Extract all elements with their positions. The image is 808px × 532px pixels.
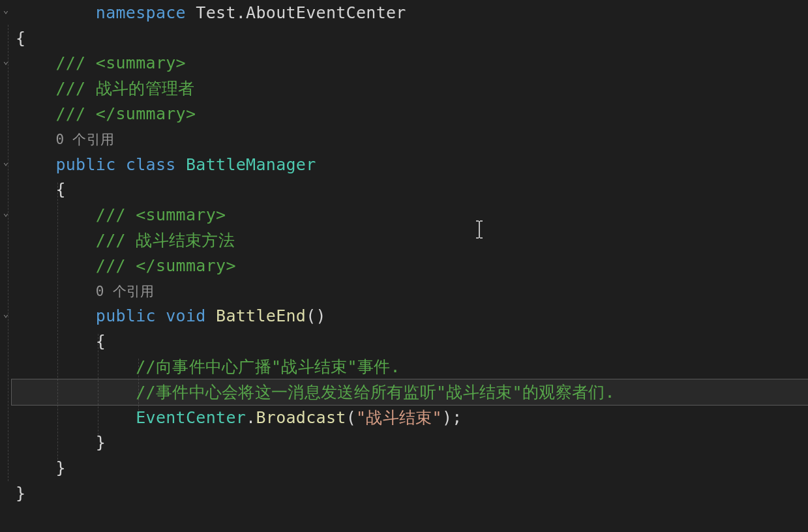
brace-close: } (16, 484, 25, 503)
keyword-class: class (116, 155, 176, 174)
namespace-name: Test.AboutEventCenter (186, 3, 406, 22)
brace-open: { (96, 332, 106, 351)
type-ref: EventCenter (136, 408, 246, 427)
brace-open: { (55, 180, 65, 199)
method-name: BattleEnd (206, 306, 307, 325)
brace-open: { (16, 29, 25, 48)
keyword-void: void (156, 306, 206, 325)
comment: //事件中心会将这一消息发送给所有监听"战斗结束"的观察者们. (136, 383, 615, 402)
class-name: BattleManager (176, 155, 316, 174)
code-line[interactable]: //向事件中心广播"战斗结束"事件. (12, 354, 808, 379)
fold-chevron-icon[interactable]: ⌄ (1, 309, 10, 318)
keyword-namespace: namespace (96, 3, 186, 22)
xml-doc: /// <summary> (96, 205, 226, 224)
paren-close: ); (442, 408, 462, 427)
code-line[interactable]: } (12, 480, 808, 506)
xml-doc: /// 战斗的管理者 (55, 79, 194, 98)
code-line[interactable]: /// 战斗结束方法 (12, 228, 808, 253)
code-line[interactable]: /// </summary> (12, 101, 808, 126)
xml-doc: /// 战斗结束方法 (96, 231, 235, 250)
parens: () (306, 306, 326, 325)
codelens[interactable]: 0 个引用 (12, 126, 808, 152)
paren-open: ( (346, 408, 356, 427)
method-call: Broadcast (256, 408, 346, 427)
codelens-text[interactable]: 0 个引用 (55, 132, 114, 147)
dot: . (246, 408, 256, 427)
code-line[interactable]: namespace Test.AboutEventCenter (12, 0, 808, 25)
brace-close: } (55, 458, 65, 477)
codelens[interactable]: 0 个引用 (12, 278, 808, 304)
code-line[interactable]: /// 战斗的管理者 (12, 76, 808, 101)
code-line[interactable]: public void BattleEnd() (12, 304, 808, 329)
code-line[interactable]: public class BattleManager (12, 152, 808, 177)
fold-chevron-icon[interactable]: ⌄ (1, 157, 10, 166)
keyword-public: public (55, 155, 115, 174)
code-line[interactable]: /// </summary> (12, 253, 808, 278)
comment: //向事件中心广播"战斗结束"事件. (136, 357, 400, 376)
fold-chevron-icon[interactable]: ⌄ (1, 208, 10, 217)
fold-chevron-icon[interactable]: ⌄ (1, 5, 10, 14)
code-line[interactable]: /// <summary> (12, 202, 808, 228)
fold-gutter: ⌄ ⌄ ⌄ ⌄ ⌄ (0, 0, 12, 532)
codelens-text[interactable]: 0 个引用 (96, 284, 155, 299)
xml-doc: /// </summary> (55, 104, 196, 123)
xml-doc: /// </summary> (96, 256, 236, 275)
code-line[interactable]: { (12, 329, 808, 354)
code-line[interactable]: } (12, 455, 808, 480)
fold-chevron-icon[interactable]: ⌄ (1, 56, 10, 65)
string-literal: "战斗结束" (356, 408, 442, 427)
code-editor[interactable]: ⌄ ⌄ ⌄ ⌄ ⌄ namespace Test.AboutEventCente… (0, 0, 808, 532)
code-line[interactable]: { (12, 25, 808, 51)
code-line[interactable]: } (12, 430, 808, 456)
xml-doc: /// <summary> (55, 53, 186, 72)
code-line[interactable]: { (12, 177, 808, 203)
code-line-selected[interactable]: //事件中心会将这一消息发送给所有监听"战斗结束"的观察者们. (12, 379, 808, 405)
code-area[interactable]: namespace Test.AboutEventCenter { /// <s… (12, 0, 808, 532)
brace-close: } (96, 433, 106, 452)
code-line[interactable]: /// <summary> (12, 51, 808, 76)
code-line[interactable]: EventCenter.Broadcast("战斗结束"); (12, 405, 808, 430)
keyword-public: public (96, 306, 156, 325)
